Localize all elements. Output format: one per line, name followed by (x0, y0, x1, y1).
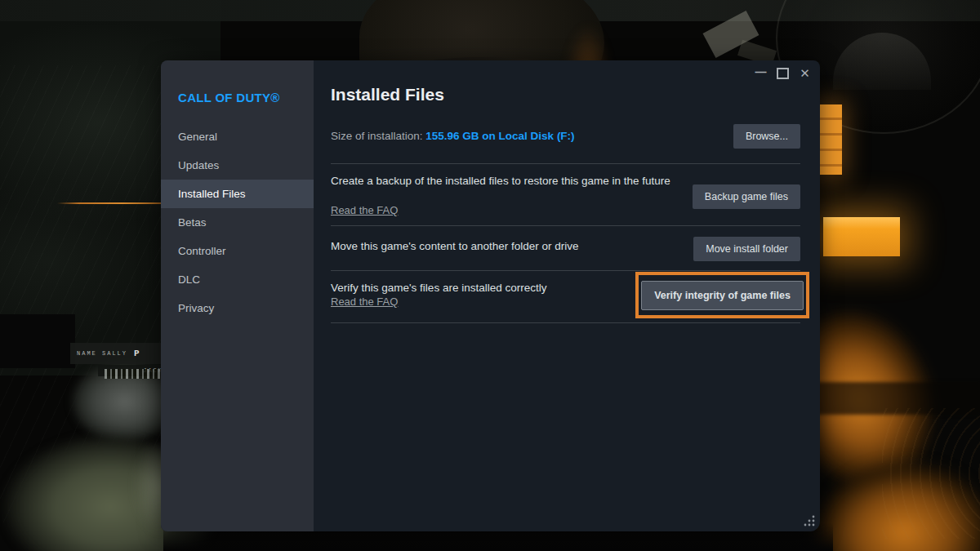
sidebar-item-installed-files[interactable]: Installed Files (161, 180, 314, 208)
background-arc-lines (882, 408, 980, 539)
verify-integrity-button[interactable]: Verify integrity of game files (641, 281, 804, 310)
sidebar-item-label: Controller (178, 245, 226, 257)
divider (331, 270, 800, 271)
background-orange-line (57, 202, 165, 204)
sidebar-item-betas[interactable]: Betas (161, 208, 314, 237)
move-description: Move this game's content to another fold… (331, 239, 579, 254)
size-value: 155.96 GB on Local Disk (F:) (425, 130, 574, 142)
background-orange-glow-bar (823, 217, 900, 256)
sidebar-nav: General Updates Installed Files Betas Co… (161, 122, 314, 322)
sidebar-item-controller[interactable]: Controller (161, 237, 314, 265)
close-icon: ✕ (800, 66, 810, 81)
background-black-redaction-box (0, 314, 75, 368)
sidebar-item-label: Installed Files (178, 188, 246, 200)
close-button[interactable]: ✕ (798, 66, 812, 80)
backup-faq-link[interactable]: Read the FAQ (331, 204, 398, 216)
sidebar-item-privacy[interactable]: Privacy (161, 294, 314, 322)
divider (331, 225, 800, 226)
sidebar-item-label: DLC (178, 273, 200, 286)
verify-faq-link[interactable]: Read the FAQ (331, 295, 398, 308)
minimize-icon: — (755, 65, 767, 78)
background-glitch-digits (105, 369, 162, 379)
page-title: Installed Files (331, 85, 444, 104)
glitch-text: NAME SALLY (77, 350, 127, 357)
sidebar-item-updates[interactable]: Updates (161, 151, 314, 180)
backup-game-files-button[interactable]: Backup game files (693, 184, 800, 209)
sidebar-item-label: Privacy (178, 302, 214, 314)
maximize-button[interactable] (776, 66, 790, 80)
verify-description: Verify this game's files are installed c… (331, 281, 546, 295)
background-orange-vertical-bar (819, 104, 842, 175)
browse-button[interactable]: Browse... (733, 124, 800, 149)
game-properties-dialog: CALL OF DUTY® General Updates Installed … (161, 60, 820, 531)
sidebar-item-dlc[interactable]: DLC (161, 265, 314, 294)
glitch-text-p: P (134, 349, 140, 358)
settings-sidebar: CALL OF DUTY® General Updates Installed … (161, 60, 314, 531)
verify-highlight-box: Verify integrity of game files (635, 272, 809, 318)
backup-description: Create a backup of the installed files t… (331, 174, 670, 189)
game-title: CALL OF DUTY® (178, 91, 280, 104)
maximize-icon (777, 68, 789, 79)
size-of-installation: Size of installation: 155.96 GB on Local… (331, 130, 575, 142)
sidebar-item-label: Updates (178, 159, 219, 171)
sidebar-item-label: General (178, 131, 217, 143)
resize-grip[interactable] (803, 514, 816, 527)
sidebar-item-label: Betas (178, 216, 207, 229)
background-glitch-label: NAME SALLY P (70, 343, 168, 364)
sidebar-item-general[interactable]: General (161, 122, 314, 151)
settings-content: — ✕ Installed Files Size of installation… (314, 60, 820, 531)
window-controls: — ✕ (754, 66, 812, 80)
minimize-button[interactable]: — (754, 66, 768, 80)
screenshot-stage: NAME SALLY P JACK CALL OF DUTY® General … (0, 0, 980, 551)
move-install-folder-button[interactable]: Move install folder (693, 237, 800, 261)
size-label: Size of installation: (331, 130, 425, 142)
divider (331, 163, 800, 164)
divider (331, 322, 800, 323)
